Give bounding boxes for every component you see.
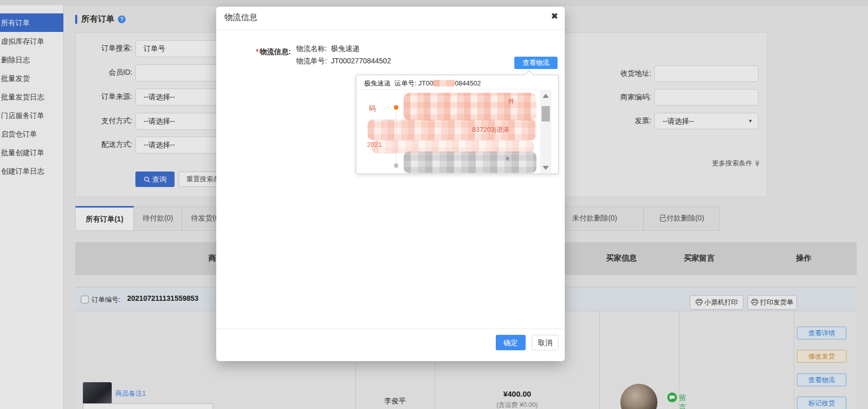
- redacted-tracking-text: [404, 93, 536, 121]
- required-star: *: [256, 47, 258, 56]
- order-admin-page: 所有订单 虚拟库存订单 删除日志 批量发货 批量发货日志 门店服务订单 启货仓订…: [0, 0, 868, 409]
- confirm-button[interactable]: 确定: [496, 335, 526, 350]
- modal-footer-divider: [216, 329, 565, 329]
- tracking-fragment-year: 2021: [367, 141, 382, 148]
- scroll-up-icon[interactable]: [543, 94, 549, 98]
- redacted-tracking-text: [368, 120, 536, 140]
- modal-title: 物流信息: [224, 12, 257, 23]
- tracking-no-value: JT0002770844502: [331, 57, 391, 65]
- timeline-bullet-current: [394, 105, 398, 110]
- close-icon[interactable]: ✖: [551, 11, 558, 22]
- logistics-modal: 物流信息 ✖ *物流信息: 物流名称: 极兔速递 物流单号: JT0002770…: [216, 7, 565, 361]
- logistics-name-row: 物流名称: 极兔速递: [296, 44, 360, 54]
- tracking-fragment-lines: ≡: [506, 155, 509, 162]
- tracking-fragment-station: 837203|进港: [472, 125, 510, 134]
- cancel-button[interactable]: 取消: [532, 335, 559, 350]
- tracking-fragment-char: 码: [369, 104, 376, 113]
- tracking-fragment-piece: 件: [508, 97, 515, 106]
- redacted-waybill-digits: [433, 80, 455, 87]
- scrollbar-thumb[interactable]: [542, 106, 550, 122]
- tracking-popup: 极兔速递 运单号: JT000844502 件 码 837203|进港 2021…: [356, 75, 559, 174]
- tracking-no-label: 物流单号:: [296, 57, 327, 65]
- view-logistics-modal-button[interactable]: 查看物流: [514, 57, 558, 69]
- logistics-field-label: *物流信息:: [237, 47, 291, 57]
- logistics-name-label: 物流名称:: [296, 44, 327, 53]
- modal-header-divider: [216, 29, 565, 30]
- tracking-no-row: 物流单号: JT0002770844502: [296, 57, 391, 66]
- tracking-popup-header: 极兔速递 运单号: JT000844502: [364, 79, 481, 88]
- timeline-bullet-past: [394, 163, 398, 168]
- popup-scrollbar[interactable]: [540, 90, 551, 173]
- scroll-down-icon[interactable]: [543, 166, 549, 170]
- redacted-tracking-text-old: [404, 151, 536, 173]
- popup-header-divider: [357, 89, 540, 90]
- logistics-name-value: 极兔速递: [331, 44, 360, 53]
